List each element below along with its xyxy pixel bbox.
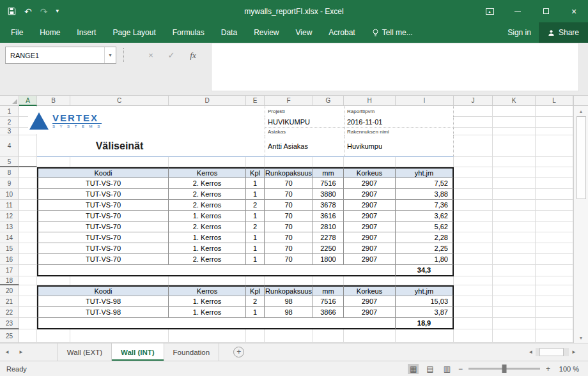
cell-koodi[interactable]: TUT-VS-70 bbox=[37, 232, 169, 243]
tell-me-box[interactable]: Tell me... bbox=[364, 22, 421, 43]
cell-raporttipvm-label[interactable]: Raporttipvm bbox=[344, 106, 454, 117]
cell[interactable] bbox=[19, 285, 37, 296]
cell-kpl[interactable]: 1 bbox=[246, 254, 265, 265]
cell[interactable] bbox=[493, 106, 536, 117]
cell-mm[interactable]: 2810 bbox=[313, 222, 344, 232]
cell-runkopaksuus[interactable]: 70 bbox=[265, 178, 313, 189]
cell[interactable] bbox=[19, 254, 37, 265]
cell[interactable] bbox=[454, 318, 493, 329]
cell[interactable] bbox=[493, 329, 536, 343]
cell-kpl[interactable]: 2 bbox=[246, 200, 265, 211]
cell-yhtjm[interactable]: 2,28 bbox=[396, 232, 454, 243]
cell-koodi[interactable]: TUT-VS-70 bbox=[37, 211, 169, 222]
cell[interactable] bbox=[536, 232, 573, 243]
page-break-view-icon[interactable]: ▥ bbox=[442, 364, 453, 374]
cell[interactable] bbox=[396, 157, 454, 167]
cell[interactable] bbox=[19, 200, 37, 211]
select-all-button[interactable] bbox=[0, 96, 19, 106]
cell[interactable] bbox=[536, 117, 573, 128]
cell[interactable] bbox=[493, 200, 536, 211]
cell-yhtjm[interactable]: 2,25 bbox=[396, 243, 454, 254]
cell-runkopaksuus[interactable]: 98 bbox=[265, 307, 313, 318]
cell[interactable] bbox=[536, 243, 573, 254]
cell-runkopaksuus[interactable]: 70 bbox=[265, 200, 313, 211]
cell-rakennus-value[interactable]: Huvikumpu bbox=[344, 135, 454, 157]
row-header[interactable]: 18 bbox=[0, 276, 19, 285]
cell[interactable] bbox=[37, 329, 70, 343]
name-box[interactable]: RANGE1 ▾ bbox=[5, 47, 116, 64]
header-kpl[interactable]: Kpl bbox=[246, 285, 265, 296]
cell-mm[interactable]: 3880 bbox=[313, 189, 344, 200]
cell[interactable] bbox=[454, 157, 493, 167]
cell-kerros[interactable]: 2. Kerros bbox=[169, 189, 246, 200]
cell[interactable] bbox=[536, 157, 573, 167]
cell-asiakas-value[interactable]: Antti Asiakas bbox=[265, 135, 344, 157]
cell-korkeus[interactable]: 2907 bbox=[344, 254, 396, 265]
cell-koodi[interactable]: TUT-VS-70 bbox=[37, 222, 169, 232]
vertical-scrollbar[interactable]: ▲ ▼ bbox=[573, 106, 588, 343]
hscroll-right-icon[interactable]: ► bbox=[571, 349, 576, 355]
tab-formulas[interactable]: Formulas bbox=[164, 22, 213, 43]
cell-rakennus-label[interactable]: Rakennuksen nimi bbox=[344, 128, 454, 135]
cell[interactable] bbox=[536, 200, 573, 211]
close-icon[interactable]: × bbox=[560, 0, 588, 22]
cell-korkeus[interactable]: 2907 bbox=[344, 222, 396, 232]
cancel-icon[interactable]: × bbox=[142, 47, 160, 64]
row-header[interactable]: 14 bbox=[0, 232, 19, 243]
header-kerros[interactable]: Kerros bbox=[169, 167, 246, 178]
header-kpl[interactable]: Kpl bbox=[246, 167, 265, 178]
zoom-in-icon[interactable]: + bbox=[546, 365, 550, 373]
cell-kerros[interactable]: 2. Kerros bbox=[169, 254, 246, 265]
hscroll-thumb[interactable] bbox=[539, 348, 564, 356]
cell-runkopaksuus[interactable]: 70 bbox=[265, 232, 313, 243]
cell[interactable] bbox=[169, 157, 246, 167]
cell-kerros[interactable]: 2. Kerros bbox=[169, 200, 246, 211]
cell-korkeus[interactable]: 2907 bbox=[344, 211, 396, 222]
cell[interactable] bbox=[454, 329, 493, 343]
cell[interactable] bbox=[493, 157, 536, 167]
cell[interactable] bbox=[19, 167, 37, 178]
tab-file[interactable]: File bbox=[3, 22, 31, 43]
tab-review[interactable]: Review bbox=[245, 22, 287, 43]
cell-runkopaksuus[interactable]: 70 bbox=[265, 222, 313, 232]
cell[interactable] bbox=[37, 265, 396, 276]
cell[interactable] bbox=[344, 276, 396, 285]
cell[interactable] bbox=[19, 222, 37, 232]
cell-mm[interactable]: 3678 bbox=[313, 200, 344, 211]
cell-korkeus[interactable]: 2907 bbox=[344, 296, 396, 307]
row-header[interactable]: 23 bbox=[0, 318, 19, 329]
zoom-slider[interactable] bbox=[468, 368, 540, 370]
header-mm[interactable]: mm bbox=[313, 167, 344, 178]
cell[interactable] bbox=[454, 117, 493, 128]
row-header[interactable]: 12 bbox=[0, 211, 19, 222]
cell[interactable] bbox=[454, 211, 493, 222]
cell[interactable] bbox=[493, 135, 536, 157]
row-header[interactable]: 11 bbox=[0, 200, 19, 211]
header-yhtjm[interactable]: yht.jm bbox=[396, 285, 454, 296]
cell[interactable] bbox=[19, 296, 37, 307]
cell[interactable] bbox=[454, 307, 493, 318]
cell-kpl[interactable]: 1 bbox=[246, 189, 265, 200]
header-koodi[interactable]: Koodi bbox=[37, 167, 169, 178]
cell-kpl[interactable]: 1 bbox=[246, 211, 265, 222]
column-header-D[interactable]: D bbox=[169, 96, 246, 106]
cell[interactable] bbox=[37, 276, 70, 285]
cell-kpl[interactable]: 2 bbox=[246, 222, 265, 232]
column-header-J[interactable]: J bbox=[454, 96, 493, 106]
cell-yhtjm[interactable]: 3,87 bbox=[396, 307, 454, 318]
cell-mm[interactable]: 1800 bbox=[313, 254, 344, 265]
cell-kerros[interactable]: 1. Kerros bbox=[169, 296, 246, 307]
redo-icon[interactable]: ↷ bbox=[40, 7, 48, 16]
row-header[interactable]: 17 bbox=[0, 265, 19, 276]
cell[interactable] bbox=[265, 329, 313, 343]
sheet-tab-wall-int[interactable]: Wall (INT) bbox=[112, 343, 164, 361]
cell[interactable] bbox=[454, 254, 493, 265]
scroll-down-icon[interactable]: ▼ bbox=[574, 333, 588, 343]
cell[interactable] bbox=[536, 285, 573, 296]
save-icon[interactable] bbox=[8, 7, 16, 15]
horizontal-scrollbar[interactable]: ◄ ► bbox=[528, 343, 588, 361]
cell[interactable] bbox=[493, 222, 536, 232]
cell-kpl[interactable]: 1 bbox=[246, 232, 265, 243]
cell-yhtjm[interactable]: 3,88 bbox=[396, 189, 454, 200]
row-header[interactable]: 20 bbox=[0, 285, 19, 296]
